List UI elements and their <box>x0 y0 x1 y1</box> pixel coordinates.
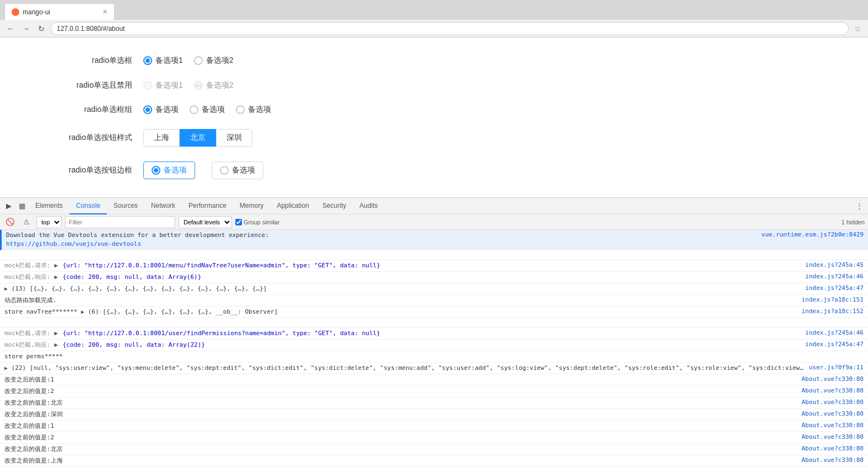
console-source-mock-req-2[interactable]: index.js?245a:46 <box>801 329 864 336</box>
radio-btn-shenzhen[interactable]: 深圳 <box>216 129 252 147</box>
console-source-mock-req-1[interactable]: index.js?245a:45 <box>801 261 864 268</box>
tab-sources[interactable]: Sources <box>107 198 144 214</box>
console-filter-input[interactable] <box>65 216 175 228</box>
form-controls-border: 备选项 备选项 <box>143 162 269 179</box>
console-source-change-4[interactable]: About.vue?c330:80 <box>797 410 864 417</box>
console-source-array-22[interactable]: user.js?0f9a:11 <box>805 364 864 371</box>
tab-application[interactable]: Application <box>270 198 316 214</box>
console-line-devtools: Download the Vue Devtools extension for … <box>0 230 868 250</box>
bookmark-icon[interactable]: ☆ <box>854 24 861 33</box>
mock-value-resp-1: {code: 200, msg: null, data: Array(6)} <box>63 273 202 281</box>
tab-elements[interactable]: Elements <box>29 198 69 214</box>
form-label-radio-disabled: radio单选且禁用 <box>22 80 143 90</box>
group-similar-checkbox[interactable] <box>235 219 242 225</box>
url-bar[interactable]: 127.0.0.1:8080/#/about <box>51 22 849 35</box>
radio-circle-1 <box>143 56 152 65</box>
mock-arrow-resp-2[interactable]: ▶ <box>54 341 58 348</box>
devtools-cursor-icon[interactable]: ▶ <box>2 200 15 213</box>
radio-label-disabled-2: 备选项2 <box>206 80 234 90</box>
console-line-mock-resp-2: mock拦截,响应: ▶ {code: 200, msg: null, data… <box>0 340 868 351</box>
radio-group-item-1[interactable]: 备选项 <box>143 105 179 115</box>
radio-border-label-2: 备选项 <box>232 165 255 175</box>
devtools-link[interactable]: https://github.com/vuejs/vue-devtools <box>6 240 141 248</box>
page-content: radio单选框 备选项1 备选项2 radio单选且禁用 备选项1 <box>0 37 868 197</box>
radio-group-item-2[interactable]: 备选项 <box>190 105 225 115</box>
form-label-radio-group: radio单选框组 <box>22 105 143 115</box>
form-row-radio-group: radio单选框组 备选项 备选项 备选项 <box>22 100 846 119</box>
radio-item-1[interactable]: 备选项1 <box>143 56 183 66</box>
radio-group-circle-3 <box>236 105 245 114</box>
radio-group-circle-1 <box>143 105 152 114</box>
console-source-change-7[interactable]: About.vue?c330:80 <box>797 445 864 452</box>
tab-security[interactable]: Security <box>316 198 353 214</box>
console-source-mock-resp-2[interactable]: index.js?245a:47 <box>801 341 864 348</box>
devtools-tabs-bar: ▶ ▦ Elements Console Sources Network Per… <box>0 198 868 214</box>
console-filter-icon[interactable]: ⚠ <box>20 216 33 229</box>
tab-close-icon[interactable]: ✕ <box>103 8 107 15</box>
console-source-change-5[interactable]: About.vue?c330:80 <box>797 422 864 429</box>
console-source-array-13[interactable]: index.js?245a:47 <box>801 284 864 292</box>
console-content-change-3: 改变之前的值是:北京 <box>4 399 797 407</box>
console-context-select[interactable]: top <box>36 216 62 228</box>
mock-arrow-1[interactable]: ▶ <box>54 262 58 269</box>
console-content-change-7: 改变之后的值是:北京 <box>4 445 797 454</box>
radio-group-label-2: 备选项 <box>202 105 225 115</box>
radio-group-item-3[interactable]: 备选项 <box>236 105 271 115</box>
console-content-route: 动态路由加载完成. <box>4 296 797 305</box>
console-source-devtools[interactable]: vue.runtime.esm.js?2b0e:8429 <box>757 231 864 238</box>
console-line-mock-resp-1: mock拦截,响应: ▶ {code: 200, msg: null, data… <box>0 272 868 283</box>
tab-performance[interactable]: Performance <box>182 198 233 214</box>
radio-item-2[interactable]: 备选项2 <box>194 56 234 66</box>
back-button[interactable]: ← <box>4 23 17 35</box>
group-similar-text: Group similar <box>244 219 279 225</box>
console-line-spacer1 <box>0 250 868 260</box>
console-output[interactable]: Download the Vue Devtools extension for … <box>0 230 868 468</box>
console-source-change-8[interactable]: About.vue?c330:80 <box>797 456 864 464</box>
browser-tab[interactable]: mango-ui ✕ <box>4 3 115 20</box>
devtools-more-icon[interactable]: ⋮ <box>853 200 866 213</box>
form-controls-group: 备选项 备选项 备选项 <box>143 105 271 115</box>
mock-arrow-resp-1[interactable]: ▶ <box>54 273 58 281</box>
mock-arrow-2[interactable]: ▶ <box>54 330 58 337</box>
expand-arrow-13[interactable]: ▶ <box>4 286 8 292</box>
console-source-change-6[interactable]: About.vue?c330:80 <box>797 433 864 440</box>
expand-arrow-22[interactable]: ▶ <box>4 365 8 371</box>
console-source-route[interactable]: index.js?a18c:151 <box>797 296 864 303</box>
tab-network[interactable]: Network <box>144 198 182 214</box>
url-text: 127.0.0.1:8080/#/about <box>57 25 125 33</box>
console-line-change-2: 改变之后的值是:2 About.vue?c330:80 <box>0 386 868 397</box>
forward-button[interactable]: → <box>20 23 32 35</box>
console-level-select[interactable]: Default levels <box>179 216 232 228</box>
form-row-radio-basic: radio单选框 备选项1 备选项2 <box>22 51 846 70</box>
tab-console[interactable]: Console <box>69 198 107 214</box>
console-line-mock-req-2: mock拦截,请求: ▶ {url: "http://127.0.0.1:800… <box>0 328 868 340</box>
radio-group-label-1: 备选项 <box>155 105 179 115</box>
radio-circle-disabled-1 <box>143 81 152 90</box>
radio-disabled-item-1: 备选项1 <box>143 80 183 90</box>
console-source-navtree[interactable]: index.js?a18c:152 <box>797 308 864 315</box>
console-content-perms: store perms***** <box>4 352 864 361</box>
radio-circle-2 <box>194 56 203 65</box>
form-label-radio-border: radio单选按钮边框 <box>22 165 143 175</box>
console-clear-icon[interactable]: 🚫 <box>3 216 17 229</box>
reload-button[interactable]: ↻ <box>35 23 47 35</box>
group-similar-label[interactable]: Group similar <box>235 219 279 225</box>
expand-arrow-nav[interactable]: ▶ <box>81 309 84 315</box>
tab-audits[interactable]: Audits <box>353 198 384 214</box>
console-source-mock-resp-1[interactable]: index.js?245a:46 <box>801 273 864 280</box>
console-source-change-1[interactable]: About.vue?c330:80 <box>797 375 864 383</box>
console-content-change-4: 改变之后的值是:深圳 <box>4 410 797 419</box>
devtools-layout-icon[interactable]: ▦ <box>15 200 29 213</box>
console-source-change-3[interactable]: About.vue?c330:80 <box>797 399 864 406</box>
radio-border-item-2[interactable]: 备选项 <box>212 162 263 179</box>
console-line-array-22: ▶ (22) [null, "sys:user:view", "sys:menu… <box>0 363 868 374</box>
radio-border-item-1[interactable]: 备选项 <box>143 162 195 179</box>
radio-btn-shanghai[interactable]: 上海 <box>143 129 180 147</box>
radio-border-circle-2 <box>220 166 229 175</box>
form-controls-button: 上海 北京 深圳 <box>143 129 252 147</box>
radio-btn-beijing[interactable]: 北京 <box>180 129 216 147</box>
console-line-perms: store perms***** <box>0 351 868 363</box>
console-source-change-2[interactable]: About.vue?c330:80 <box>797 387 864 394</box>
radio-label-disabled-1: 备选项1 <box>155 80 183 90</box>
tab-memory[interactable]: Memory <box>233 198 270 214</box>
